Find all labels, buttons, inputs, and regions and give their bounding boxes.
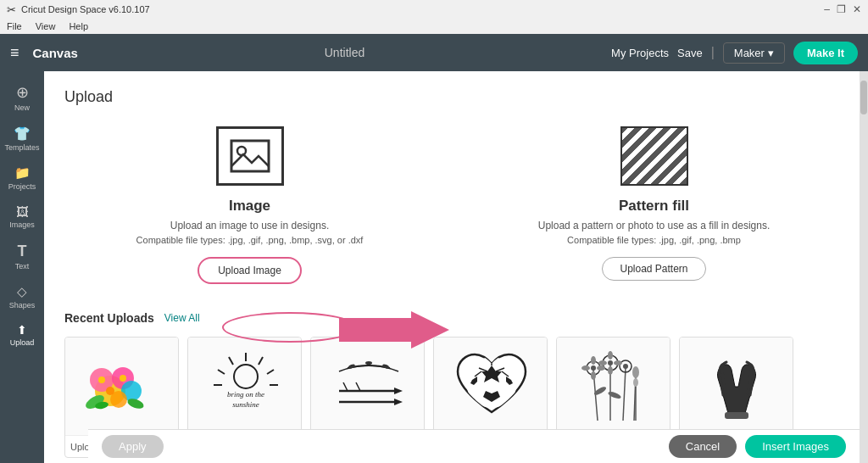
sidebar-item-templates[interactable]: 👕 Templates: [0, 120, 44, 157]
sidebar-item-projects[interactable]: 📁 Projects: [0, 160, 44, 196]
pattern-option-desc: Upload a pattern or photo to use as a fi…: [538, 220, 771, 232]
sidebar-item-new[interactable]: ⊕ New: [0, 78, 44, 117]
minimize-button[interactable]: –: [824, 3, 830, 15]
svg-point-52: [623, 364, 628, 369]
praying-hands-svg: [691, 344, 784, 429]
svg-marker-30: [394, 399, 403, 405]
window-controls[interactable]: – ❐ ✕: [824, 3, 861, 15]
svg-point-57: [608, 351, 613, 360]
svg-point-13: [120, 375, 126, 382]
upload-image-button[interactable]: Upload Image: [198, 257, 302, 284]
restore-button[interactable]: ❐: [837, 3, 846, 15]
sidebar-item-text[interactable]: T Text: [0, 237, 44, 276]
svg-rect-0: [231, 141, 269, 171]
document-title[interactable]: Untitled: [325, 46, 364, 59]
svg-point-54: [591, 371, 596, 380]
image-option-desc: Upload an image to use in designs.: [170, 220, 329, 232]
upload-pattern-button[interactable]: Upload Pattern: [602, 257, 705, 281]
upload-card-image: [65, 337, 179, 435]
scroll-thumb[interactable]: [860, 81, 867, 114]
top-nav: ≡ Canvas Untitled My Projects Save | Mak…: [0, 34, 868, 71]
svg-line-45: [623, 368, 626, 421]
svg-point-59: [598, 360, 607, 365]
svg-point-1: [237, 147, 246, 155]
pattern-stripes: [620, 126, 688, 186]
pattern-option-compat: Compatible file types: .jpg, .gif, .png,…: [567, 235, 741, 245]
flower-svg: [76, 344, 170, 429]
apply-button[interactable]: Apply: [102, 435, 164, 458]
scroll-track[interactable]: [860, 71, 868, 463]
image-upload-option: Image Upload an image to use in designs.…: [64, 126, 435, 284]
new-icon: ⊕: [16, 83, 29, 102]
help-menu[interactable]: Help: [69, 21, 88, 31]
sidebar-item-shapes[interactable]: ◇ Shapes: [0, 279, 44, 315]
upload-card-image: [557, 337, 670, 435]
arrows-svg: [322, 344, 415, 429]
svg-point-60: [614, 360, 622, 365]
bottom-bar: Apply Cancel Insert Images: [88, 429, 860, 463]
images-icon: 🖼: [16, 204, 29, 219]
menu-bar: File View Help: [0, 19, 868, 34]
svg-point-48: [591, 365, 596, 371]
upload-card-image: bring on the sunshine: [188, 337, 302, 435]
svg-point-56: [597, 365, 605, 371]
svg-point-64: [632, 366, 639, 378]
svg-marker-28: [394, 388, 403, 394]
image-upload-icon: [230, 139, 270, 173]
content-area: Upload Image Upload an image to use in d…: [44, 71, 860, 463]
machine-select[interactable]: Maker ▾: [723, 42, 785, 64]
svg-marker-2: [339, 311, 449, 349]
sidebar: ⊕ New 👕 Templates 📁 Projects 🖼 Images T …: [0, 71, 44, 463]
divider: |: [711, 45, 715, 60]
upload-icon: ⬆: [17, 323, 27, 337]
sidebar-item-images[interactable]: 🖼 Images: [0, 199, 44, 234]
text-icon: T: [18, 243, 27, 260]
svg-line-16: [267, 370, 274, 374]
svg-point-50: [608, 360, 613, 365]
sunshine-svg: bring on the sunshine: [199, 344, 292, 429]
close-button[interactable]: ✕: [853, 3, 861, 15]
svg-rect-66: [725, 412, 748, 419]
image-icon-box: [216, 126, 284, 186]
upload-card-image: [680, 337, 793, 435]
svg-line-15: [259, 357, 263, 365]
wildflowers-svg: [568, 344, 661, 429]
arrow-annotation: [339, 311, 449, 352]
upload-card-image: [434, 337, 548, 435]
svg-point-53: [591, 356, 596, 365]
cancel-button[interactable]: Cancel: [669, 435, 737, 458]
templates-icon: 👕: [14, 126, 31, 142]
svg-point-55: [581, 365, 590, 371]
svg-point-25: [365, 361, 372, 365]
view-all-link[interactable]: View All: [164, 312, 200, 324]
make-it-button[interactable]: Make It: [793, 42, 858, 64]
app-title: Cricut Design Space v6.10.107: [21, 4, 150, 14]
main-layout: ⊕ New 👕 Templates 📁 Projects 🖼 Images T …: [0, 71, 868, 463]
svg-point-62: [607, 390, 621, 399]
title-bar: ✂ Cricut Design Space v6.10.107 – ❐ ✕: [0, 0, 868, 19]
app-logo-icon: ✂: [7, 3, 16, 16]
hamburger-icon[interactable]: ≡: [10, 44, 19, 62]
insert-images-button[interactable]: Insert Images: [745, 435, 846, 458]
image-option-compat: Compatible file types: .jpg, .gif, .png,…: [136, 235, 364, 245]
svg-line-18: [218, 370, 225, 374]
svg-point-11: [106, 387, 114, 395]
upload-options: Image Upload an image to use in designs.…: [64, 126, 839, 284]
svg-point-12: [98, 377, 105, 383]
view-menu[interactable]: View: [36, 21, 56, 31]
pattern-option-title: Pattern fill: [619, 198, 689, 215]
svg-line-17: [229, 357, 233, 365]
svg-line-32: [356, 382, 360, 391]
sidebar-item-upload[interactable]: ⬆ Upload: [0, 318, 44, 352]
save-button[interactable]: Save: [677, 47, 703, 59]
file-menu[interactable]: File: [7, 21, 22, 31]
page-title: Upload: [64, 88, 839, 106]
image-option-title: Image: [229, 198, 270, 215]
svg-point-21: [234, 365, 258, 388]
pattern-upload-option: Pattern fill Upload a pattern or photo t…: [469, 126, 839, 284]
my-projects-button[interactable]: My Projects: [611, 47, 669, 59]
recent-uploads-title: Recent Uploads: [64, 311, 154, 325]
svg-line-31: [343, 382, 348, 391]
svg-text:bring on the: bring on the: [227, 390, 264, 399]
upload-card-image: [311, 337, 425, 435]
